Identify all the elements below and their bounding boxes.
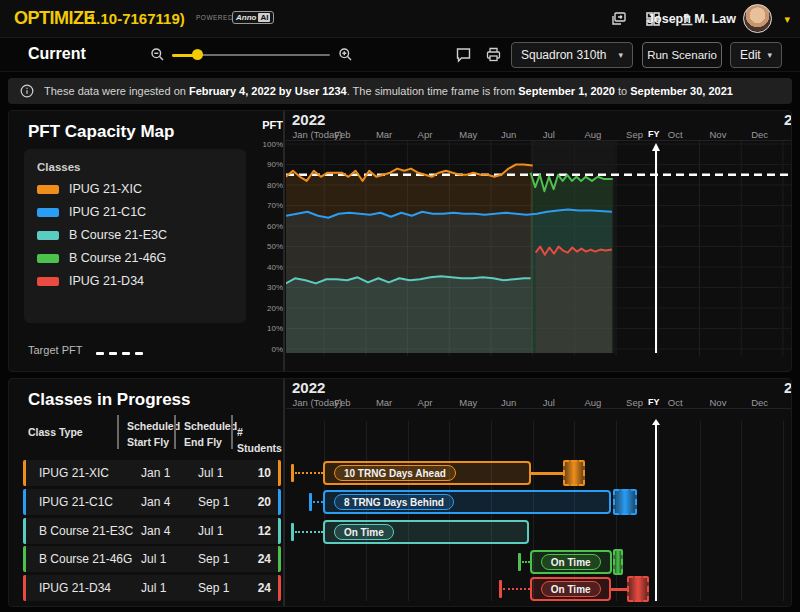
cell-students: 12 <box>258 524 271 538</box>
month-label: Feb <box>334 397 350 408</box>
gantt-end-block[interactable] <box>627 576 649 602</box>
legend-item[interactable]: IPUG 21-C1C <box>37 205 146 219</box>
compare-windows-icon[interactable] <box>610 10 628 28</box>
zoom-in-icon[interactable] <box>338 47 353 62</box>
gantt-bar[interactable]: On Time <box>530 550 612 574</box>
legend-title: Classes <box>37 161 80 173</box>
row-accent <box>278 546 281 572</box>
legend-item[interactable]: IPUG 21-XIC <box>37 182 142 196</box>
month-label: Mar <box>376 129 392 140</box>
legend-label: B Course 21-E3C <box>69 228 167 242</box>
edit-dropdown[interactable]: Edit ▾ <box>730 42 782 68</box>
header-divider <box>174 415 176 449</box>
gantt-status-badge: On Time <box>541 581 601 597</box>
month-label: Sep <box>626 397 643 408</box>
grid-line <box>741 421 742 601</box>
comment-icon[interactable] <box>455 46 472 63</box>
cell-start-fly: Jul 1 <box>141 581 166 595</box>
axis-year-left: 2022 <box>292 379 325 396</box>
month-label: Jul <box>543 129 555 140</box>
view-label: Current <box>28 45 86 63</box>
gantt-scheduled-tick <box>291 523 294 541</box>
series-fill <box>536 247 612 354</box>
user-menu-caret-icon[interactable]: ▾ <box>784 13 790 26</box>
cell-class-type: B Course 21-E3C <box>39 524 133 538</box>
squadron-dropdown[interactable]: Squadron 310th ▾ <box>511 42 633 68</box>
gantt-end-block[interactable] <box>613 549 623 575</box>
gantt-status-badge: 10 TRNG Days Ahead <box>334 465 456 481</box>
gantt-status-badge: On Time <box>334 524 394 540</box>
zoom-out-icon[interactable] <box>150 47 165 62</box>
month-label: Jul <box>543 397 555 408</box>
target-pft-dash-swatch <box>96 341 148 359</box>
pft-capacity-title: PFT Capacity Map <box>28 122 174 142</box>
gantt-bar[interactable]: On Time <box>530 577 611 601</box>
badge-name: Anno <box>236 13 256 22</box>
zoom-slider-thumb[interactable] <box>192 49 203 60</box>
header-divider <box>231 415 233 449</box>
table-row[interactable]: IPUG 21-C1C Jan 4 Sep 1 20 <box>23 489 281 515</box>
gantt-bar[interactable]: On Time <box>323 520 529 544</box>
gantt-end-block[interactable] <box>613 489 637 515</box>
cell-class-type: IPUG 21-D34 <box>39 581 111 595</box>
gantt-end-block[interactable] <box>563 460 585 486</box>
legend-label: IPUG 21-C1C <box>69 205 146 219</box>
col-start-fly: ScheduledStart Fly <box>127 419 180 451</box>
month-label: Nov <box>710 129 727 140</box>
print-icon[interactable] <box>485 46 502 63</box>
legend-item[interactable]: IPUG 21-D34 <box>37 274 144 288</box>
month-label: Nov <box>710 397 727 408</box>
legend-label: B Course 21-46G <box>69 251 166 265</box>
y-axis-tick: 0% <box>249 345 283 354</box>
table-row[interactable]: B Course 21-46G Jul 1 Sep 1 24 <box>23 546 281 572</box>
avatar[interactable] <box>743 4 772 33</box>
gantt-bar[interactable]: 10 TRNG Days Ahead <box>323 461 531 485</box>
fy-line <box>655 425 657 601</box>
gantt-scheduled-tick <box>499 580 502 598</box>
cell-end-fly: Sep 1 <box>198 495 229 509</box>
table-row[interactable]: B Course 21-E3C Jan 4 Jul 1 12 <box>23 518 281 544</box>
cell-students: 20 <box>258 495 271 509</box>
month-label: Dec <box>751 129 768 140</box>
y-axis-tick: 20% <box>249 304 283 313</box>
fy-arrow <box>652 419 660 425</box>
info-icon <box>20 84 34 98</box>
cell-end-fly: Sep 1 <box>198 552 229 566</box>
run-scenario-button[interactable]: Run Scenario <box>642 42 722 68</box>
cell-class-type: IPUG 21-XIC <box>39 466 109 480</box>
fy-label: FY <box>648 129 660 139</box>
month-label: May <box>459 129 477 140</box>
anno-ai-badge: Anno AI <box>232 11 274 24</box>
month-label: Apr <box>418 397 433 408</box>
cell-end-fly: Sep 1 <box>198 581 229 595</box>
cell-class-type: B Course 21-46G <box>39 552 132 566</box>
legend-item[interactable]: B Course 21-46G <box>37 251 166 265</box>
chevron-down-icon: ▾ <box>767 50 772 60</box>
col-end-fly: ScheduledEnd Fly <box>184 419 237 451</box>
gantt-connector <box>611 588 627 591</box>
chevron-down-icon: ▾ <box>618 50 623 60</box>
classes-in-progress-panel: Classes in Progress Class Type Scheduled… <box>8 378 792 607</box>
cell-start-fly: Jan 4 <box>141 495 170 509</box>
table-row[interactable]: IPUG 21-D34 Jul 1 Sep 1 24 <box>23 575 281 601</box>
grid-line <box>658 421 659 601</box>
row-accent <box>278 489 281 515</box>
month-label: Aug <box>584 397 601 408</box>
legend-label: IPUG 21-XIC <box>69 182 142 196</box>
col-class-type: Class Type <box>28 425 83 441</box>
y-axis-tick: 80% <box>249 181 283 190</box>
top-header: OPTIMIZE 1.10-7167119) POWERED BY Anno A… <box>0 0 800 38</box>
pft-axis-label: PFT <box>255 119 283 131</box>
legend-item[interactable]: B Course 21-E3C <box>37 228 167 242</box>
gantt-dotted-line <box>313 501 323 503</box>
cell-class-type: IPUG 21-C1C <box>39 495 113 509</box>
table-row[interactable]: IPUG 21-XIC Jan 1 Jul 1 10 <box>23 460 281 486</box>
month-label: Jun <box>501 397 516 408</box>
month-label: Feb <box>334 129 350 140</box>
axis-year-right: 20 <box>784 379 792 396</box>
gantt-bar[interactable]: 8 TRNG Days Behind <box>323 490 611 514</box>
month-label: Mar <box>376 397 392 408</box>
y-axis-tick: 50% <box>249 242 283 251</box>
grid-line <box>700 421 701 601</box>
ingest-info-banner: These data were ingested on February 4, … <box>8 78 792 104</box>
